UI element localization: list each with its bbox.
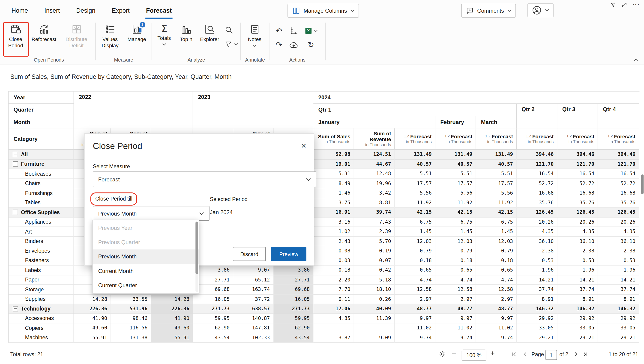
export-excel-button[interactable]: X [304, 27, 318, 35]
value-cell[interactable]: 14.21 [517, 275, 557, 285]
quarter-header-q1[interactable]: Qtr 1 [313, 104, 517, 116]
value-cell[interactable]: 11.92 [476, 198, 517, 208]
value-cell[interactable]: 394.46 [598, 150, 639, 160]
value-cell[interactable]: 33.05 [517, 324, 557, 333]
value-cell[interactable]: 16.91 [313, 208, 354, 218]
row-label[interactable]: Envelopes [9, 246, 74, 256]
value-cell[interactable]: 62.90 [193, 324, 233, 333]
value-cell[interactable]: 1.45 [395, 227, 435, 236]
cloud-upload-icon[interactable] [289, 40, 298, 50]
value-cell[interactable]: 146.32 [517, 304, 557, 314]
value-cell[interactable]: 16.54 [598, 169, 639, 179]
value-cell[interactable]: 9.74 [435, 333, 476, 342]
value-cell[interactable]: 2.39 [354, 227, 395, 236]
value-cell[interactable]: 40.57 [395, 160, 435, 169]
first-page-icon[interactable] [512, 352, 517, 357]
value-cell[interactable]: 121.70 [598, 160, 639, 169]
value-cell[interactable]: 29.21 [517, 333, 557, 342]
value-cell[interactable]: 39.74 [354, 208, 395, 218]
value-cell[interactable]: 9.09 [354, 333, 395, 342]
explorer-button[interactable]: Explorer [198, 22, 221, 43]
value-cell[interactable]: 4.35 [598, 227, 639, 236]
value-cell[interactable]: 5.51 [435, 169, 476, 179]
value-cell[interactable]: 9.97 [395, 314, 435, 324]
value-cell[interactable]: 4.74 [476, 275, 517, 285]
quarter-header-q2[interactable]: Qtr 2 [517, 104, 557, 128]
notes-button[interactable]: Notes [243, 22, 266, 47]
column-header[interactable]: Sum of Revenuein Thousands [354, 128, 395, 150]
column-header[interactable]: 1.2Forecastin Thousands [598, 128, 639, 150]
value-cell[interactable]: 0.65 [476, 266, 517, 275]
value-cell[interactable]: 124.51 [354, 150, 395, 160]
value-cell[interactable]: 19.96 [354, 179, 395, 188]
value-cell[interactable]: 20.26 [517, 218, 557, 227]
value-cell[interactable]: 121.70 [557, 160, 598, 169]
tab-export[interactable]: Export [111, 2, 130, 19]
value-cell[interactable]: 8.49 [313, 179, 354, 188]
tab-home[interactable]: Home [11, 2, 29, 19]
value-cell[interactable]: 14.28 [74, 294, 111, 304]
previous-page-icon[interactable] [522, 352, 528, 357]
value-cell[interactable]: 12.03 [435, 236, 476, 246]
value-cell[interactable]: 59.95 [193, 314, 233, 324]
value-cell[interactable]: 5.56 [435, 188, 476, 198]
value-cell[interactable]: 3.86 [273, 266, 313, 275]
value-cell[interactable]: 16.54 [517, 169, 557, 179]
value-cell[interactable]: 52.72 [517, 179, 557, 188]
undo-icon[interactable]: ↶ [275, 27, 282, 35]
value-cell[interactable]: 6.75 [395, 218, 435, 227]
collapse-icon[interactable] [13, 210, 18, 215]
value-cell[interactable]: 40.57 [476, 160, 517, 169]
value-cell[interactable]: 33.05 [557, 324, 598, 333]
value-cell[interactable]: 9.07 [233, 266, 273, 275]
vertical-scrollbar[interactable] [641, 174, 644, 194]
year-header-2023[interactable]: 2023 [193, 92, 313, 128]
value-cell[interactable]: 4.85 [313, 314, 354, 324]
value-cell[interactable]: 41.90 [74, 314, 111, 324]
more-options-icon[interactable]: ··· [632, 1, 640, 8]
dropdown-option[interactable]: Previous Month [93, 250, 199, 264]
value-cell[interactable]: 43.54 [273, 333, 313, 342]
value-cell[interactable]: 1.96 [598, 266, 639, 275]
value-cell[interactable]: 4.35 [517, 227, 557, 236]
value-cell[interactable]: 16.54 [557, 169, 598, 179]
value-cell[interactable]: 11.92 [435, 198, 476, 208]
value-cell[interactable]: 3.42 [354, 188, 395, 198]
row-label[interactable]: Technology [9, 304, 74, 314]
month-header-march[interactable]: March [476, 116, 517, 128]
row-label[interactable]: Accessories [9, 314, 74, 324]
value-cell[interactable]: 147.81 [233, 324, 273, 333]
value-cell[interactable]: 1.45 [476, 227, 517, 236]
value-cell[interactable]: 37.74 [598, 285, 639, 294]
value-cell[interactable]: 14.21 [557, 275, 598, 285]
value-cell[interactable]: 36.10 [517, 236, 557, 246]
value-cell[interactable]: 42.15 [435, 208, 476, 218]
value-cell[interactable]: 43.54 [193, 333, 233, 342]
column-header[interactable]: Sum of Salesin Thousands [313, 128, 354, 150]
value-cell[interactable]: 2.38 [598, 246, 639, 256]
value-cell[interactable]: 2.43 [313, 236, 354, 246]
value-cell[interactable]: 226.36 [151, 304, 193, 314]
value-cell[interactable]: 40.09 [354, 304, 395, 314]
next-page-icon[interactable] [573, 352, 579, 357]
value-cell[interactable]: 2.38 [557, 246, 598, 256]
value-cell[interactable]: 55.91 [74, 333, 111, 342]
value-cell[interactable]: 27.71 [273, 275, 313, 285]
value-cell[interactable]: 0.53 [598, 256, 639, 266]
row-label[interactable]: Tables [9, 198, 74, 208]
value-cell[interactable]: 531.96 [111, 304, 151, 314]
value-cell[interactable]: 271.73 [273, 304, 313, 314]
value-cell[interactable]: 5.18 [354, 275, 395, 285]
totals-button[interactable]: Σ Totals [154, 22, 174, 46]
dropdown-option[interactable]: Current Quarter [93, 278, 199, 292]
value-cell[interactable]: 16.68 [557, 188, 598, 198]
value-cell[interactable]: 1.45 [435, 227, 476, 236]
value-cell[interactable]: 41.90 [151, 314, 193, 324]
year-header-2024[interactable]: 2024 [313, 92, 639, 104]
comments-button[interactable]: Comments [461, 4, 516, 18]
value-cell[interactable]: 44.67 [354, 160, 395, 169]
quarter-header-q4[interactable]: Qtr 4 [598, 104, 639, 128]
row-label[interactable]: Bookcases [9, 169, 74, 179]
value-cell[interactable]: 48.77 [395, 304, 435, 314]
value-cell[interactable]: 49.60 [74, 324, 111, 333]
